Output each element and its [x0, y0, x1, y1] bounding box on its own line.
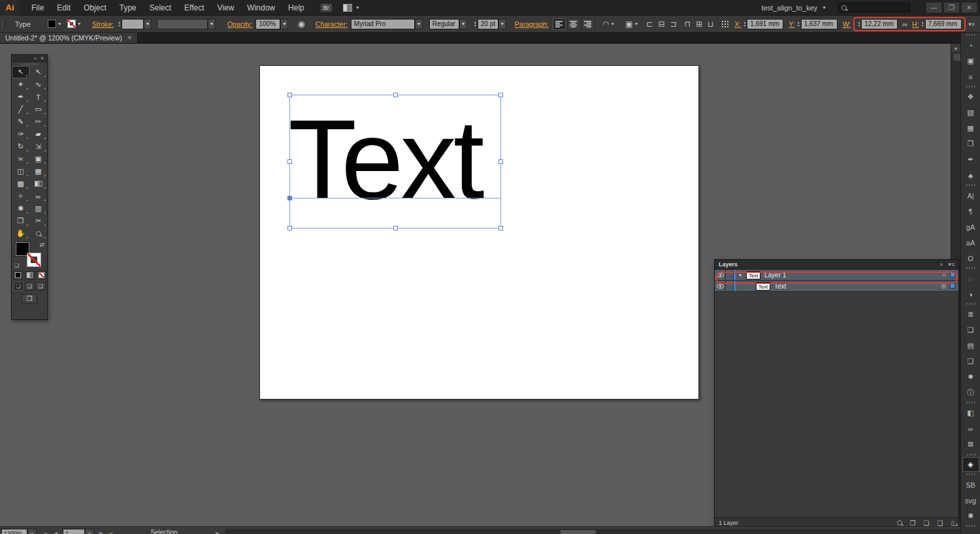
handle-middle-left[interactable] — [287, 159, 292, 164]
envelope-warp-icon[interactable]: ◠ — [602, 20, 609, 29]
font-size-stepper[interactable]: ▲▼ — [474, 21, 477, 27]
draw-normal-button[interactable]: ❏ — [14, 282, 24, 291]
menu-file[interactable]: File — [25, 0, 50, 15]
handle-top-left[interactable] — [287, 93, 292, 97]
magic-wand-tool[interactable]: ✶ — [12, 78, 29, 91]
symbol-sprayer-tool[interactable]: ✺ — [12, 202, 29, 215]
slice-tool[interactable]: ✂ — [29, 215, 47, 227]
constrain-proportions-icon[interactable]: ∞ — [902, 20, 907, 28]
h-field[interactable]: 7,669 mm — [925, 19, 962, 29]
default-fill-stroke-icon[interactable]: ❏ — [14, 262, 19, 268]
new-layer-icon[interactable]: ❑ — [938, 520, 943, 527]
chevron-down-icon[interactable]: ▼ — [57, 22, 62, 26]
new-sublayer-icon[interactable]: ❏ — [924, 520, 930, 527]
paragraph-link[interactable]: Paragraph: — [515, 20, 549, 28]
opacity-link[interactable]: Opacity: — [227, 20, 253, 28]
h-link[interactable]: H: — [912, 20, 919, 28]
layer-row-layer1[interactable]: ▼ Text Layer 1 ○ — [715, 270, 958, 281]
panel-info-icon[interactable]: ⓘ — [962, 385, 979, 400]
y-link[interactable]: Y: — [789, 20, 794, 28]
horizontal-scroll-thumb[interactable] — [560, 529, 596, 534]
none-button[interactable] — [37, 271, 46, 279]
transform-reference-icon[interactable]: ▣ — [625, 20, 632, 29]
panel-character-icon[interactable]: A| — [962, 188, 979, 203]
horizontal-scrollbar[interactable] — [226, 529, 960, 534]
artboard-dropdown[interactable]: ▼ — [85, 529, 94, 534]
gradient-tool[interactable] — [29, 178, 47, 190]
blend-tool[interactable]: ∞ — [29, 190, 47, 202]
visibility-toggle[interactable] — [715, 281, 726, 291]
selection-tool[interactable]: ↖ — [12, 66, 29, 78]
panel-sb-icon[interactable]: SB — [962, 477, 979, 492]
y-stepper[interactable]: ▲▼ — [797, 21, 800, 27]
panel-pathfinder-icon[interactable]: ◧ — [962, 405, 979, 420]
last-artboard-icon[interactable]: ⇥ — [106, 529, 115, 534]
type-tool[interactable]: T — [29, 91, 47, 103]
panel-layers-icon[interactable]: ◈ — [962, 457, 979, 472]
panel-character-styles-icon[interactable]: aA — [962, 235, 979, 250]
layer-name[interactable]: Layer 1 — [764, 272, 943, 279]
menu-effect[interactable]: Effect — [178, 0, 210, 15]
menu-help[interactable]: Help — [282, 0, 311, 15]
panel-glyphs-icon[interactable]: gA — [962, 219, 979, 234]
horizontal-align-left-icon[interactable]: ⊏ — [646, 20, 653, 29]
layer-row-text[interactable]: Text Text ◎ — [715, 281, 958, 292]
panel-links-icon[interactable]: ∞ — [962, 421, 979, 436]
artboard-number-field[interactable]: 1 — [63, 529, 85, 534]
panel-brushes-icon[interactable]: ✒ — [962, 152, 979, 167]
swap-fill-stroke-icon[interactable]: ⇄ — [39, 242, 44, 248]
draw-inside-button[interactable]: ❏ — [36, 282, 46, 291]
close-button[interactable]: ✕ — [961, 2, 977, 13]
panel-artboards-icon[interactable]: ⊠ — [962, 437, 979, 452]
opacity-dropdown[interactable]: ▼ — [280, 19, 288, 29]
target-circle-icon[interactable]: ○ — [943, 272, 946, 278]
panel-stroke-icon[interactable]: ≣ — [962, 307, 979, 322]
panel-color-icon[interactable]: ❖ — [962, 89, 979, 104]
panel-scripts-icon[interactable]: ✱ — [962, 509, 979, 524]
panel-transform-icon[interactable]: ▣ — [962, 54, 979, 69]
bridge-button[interactable]: Br — [320, 3, 333, 12]
minimize-button[interactable]: — — [926, 2, 942, 13]
next-artboard-icon[interactable]: ▶ — [97, 529, 106, 534]
shape-builder-tool[interactable]: ◫ — [12, 165, 29, 178]
zoom-dropdown[interactable]: ▼ — [27, 529, 37, 534]
stroke-swatch[interactable] — [27, 253, 41, 267]
menu-window[interactable]: Window — [240, 0, 282, 15]
handle-bottom-left[interactable] — [287, 226, 292, 230]
workspace-switcher[interactable]: test_align_to_key▼ — [761, 4, 826, 12]
y-field[interactable]: 1,637 mm — [801, 19, 838, 29]
document-tab[interactable]: Untitled-2* @ 1200% (CMYK/Preview) ✕ — [0, 33, 138, 43]
color-button[interactable] — [13, 271, 23, 279]
font-size-field[interactable]: 20 pt — [478, 19, 498, 29]
restore-button[interactable]: ❐ — [943, 2, 960, 13]
handle-top-right[interactable] — [498, 93, 503, 97]
perspective-grid-tool[interactable]: ▦ — [29, 165, 47, 178]
collapse-panel-icon[interactable]: » — [939, 261, 943, 268]
status-expand-icon[interactable]: ▶ — [213, 529, 222, 534]
target-circle-icon[interactable]: ◎ — [941, 283, 946, 289]
menu-edit[interactable]: Edit — [50, 0, 77, 15]
font-size-dropdown[interactable]: ▼ — [498, 19, 506, 29]
x-link[interactable]: X: — [734, 20, 741, 28]
search-input[interactable] — [838, 3, 910, 12]
collapse-panel-icon[interactable]: « — [34, 55, 37, 61]
zoom-level-field[interactable]: 1200% — [1, 529, 27, 534]
close-icon[interactable]: ✕ — [40, 55, 44, 61]
lock-toggle[interactable] — [726, 270, 734, 280]
paintbrush-tool[interactable]: ✎ — [12, 116, 29, 128]
control-panel-menu-icon[interactable]: ▾≡ — [968, 21, 975, 27]
lock-toggle[interactable] — [726, 281, 734, 291]
artboard[interactable]: Text — [259, 65, 699, 400]
handle-bottom-center[interactable] — [393, 226, 398, 230]
close-icon[interactable]: ✕ — [127, 35, 133, 41]
panel-color-guide-icon[interactable]: ◔ — [962, 38, 979, 53]
panel-flare-icon[interactable]: ✹ — [962, 369, 979, 385]
line-segment-tool[interactable]: ╱ — [12, 103, 29, 116]
panel-grip[interactable] — [3, 20, 5, 29]
vertical-align-center-icon[interactable]: ⊞ — [696, 20, 702, 29]
width-profile-select[interactable] — [157, 19, 208, 29]
panel-document-info-icon[interactable]: ▤ — [962, 338, 979, 353]
h-stepper[interactable]: ▲▼ — [921, 21, 924, 27]
handle-bottom-right[interactable] — [498, 226, 503, 230]
blob-brush-tool[interactable]: ✑ — [12, 128, 29, 140]
